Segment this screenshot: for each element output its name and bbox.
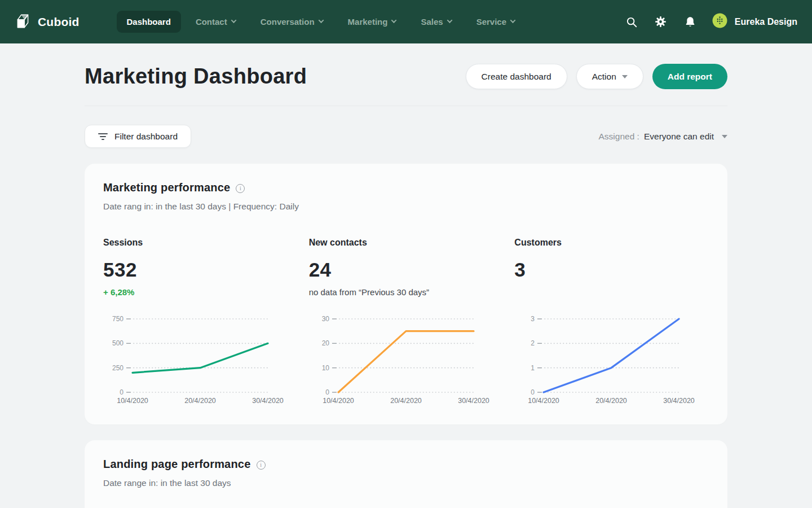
sessions-chart: 750500250010/4/202020/4/202030/4/2020	[103, 310, 298, 407]
action-label: Action	[592, 72, 616, 82]
svg-text:30/4/2020: 30/4/2020	[664, 397, 695, 405]
chevron-down-icon	[231, 17, 236, 23]
svg-text:500: 500	[112, 339, 123, 347]
svg-text:10/4/2020: 10/4/2020	[323, 397, 354, 405]
metric-value: 3	[514, 259, 709, 281]
marketing-performance-card: Marketing performance i Date rang in: in…	[85, 164, 727, 424]
add-report-label: Add report	[668, 72, 712, 82]
svg-text:2: 2	[531, 339, 535, 347]
chevron-down-icon	[510, 17, 516, 23]
metric-new-contacts: New contacts 24 no data from “Previous 3…	[309, 238, 504, 407]
metric-label: New contacts	[309, 238, 504, 248]
svg-text:3: 3	[531, 315, 535, 323]
card-subtitle: Date range in: in the last 30 days	[103, 478, 709, 488]
user-menu[interactable]: Eureka Design	[712, 13, 797, 30]
card-title: Landing page performance	[103, 458, 251, 471]
top-navbar: Cuboid Dashboard Contact Conversation Ma…	[0, 0, 812, 43]
brand-name: Cuboid	[38, 15, 80, 29]
metric-label: Customers	[514, 238, 709, 248]
nav-label: Contact	[196, 17, 227, 27]
add-report-button[interactable]: Add report	[652, 64, 727, 89]
gear-icon[interactable]	[654, 15, 668, 29]
svg-text:20/4/2020: 20/4/2020	[596, 397, 628, 405]
info-icon[interactable]: i	[236, 184, 245, 193]
card-subtitle: Date rang in: in the last 30 days | Freq…	[103, 202, 709, 212]
card-title: Marketing performance	[103, 181, 230, 194]
svg-text:10/4/2020: 10/4/2020	[117, 397, 148, 405]
metric-note: no data from “Previous 30 days”	[309, 287, 504, 300]
page-title: Marketing Dashboard	[85, 64, 307, 89]
header-divider	[85, 106, 727, 106]
svg-text:20/4/2020: 20/4/2020	[390, 397, 422, 405]
nav-label: Sales	[421, 17, 443, 27]
cuboid-logo-icon	[15, 12, 32, 32]
svg-text:750: 750	[112, 315, 123, 323]
svg-text:0: 0	[531, 388, 535, 396]
nav-item-sales[interactable]: Sales	[411, 11, 461, 33]
metric-delta: + 6,28%	[103, 287, 298, 300]
metric-sub-empty	[514, 287, 709, 300]
nav-label: Service	[476, 17, 506, 27]
nav-item-contact[interactable]: Contact	[186, 11, 246, 33]
metric-sessions: Sessions 532 + 6,28% 750500250010/4/2020…	[103, 238, 298, 407]
chevron-down-icon	[622, 75, 628, 78]
chevron-down-icon	[447, 17, 452, 23]
create-dashboard-label: Create dashboard	[482, 72, 551, 82]
create-dashboard-button[interactable]: Create dashboard	[466, 64, 567, 89]
customers-chart: 321010/4/202020/4/202030/4/2020	[514, 310, 709, 407]
filter-dashboard-button[interactable]: Filter dashboard	[85, 125, 191, 148]
search-icon[interactable]	[624, 15, 639, 29]
chevron-down-icon	[722, 135, 727, 138]
nav-item-conversation[interactable]: Conversation	[250, 11, 333, 33]
action-button[interactable]: Action	[576, 64, 643, 89]
svg-text:20/4/2020: 20/4/2020	[184, 397, 216, 405]
nav-item-service[interactable]: Service	[466, 11, 525, 33]
assigned-dropdown[interactable]: Assigned : Everyone can edit	[599, 132, 727, 142]
nav-item-dashboard[interactable]: Dashboard	[117, 11, 181, 33]
metric-label: Sessions	[103, 238, 298, 248]
landing-page-performance-card: Landing page performance i Date range in…	[85, 440, 727, 508]
svg-text:10/4/2020: 10/4/2020	[528, 397, 560, 405]
filter-dashboard-label: Filter dashboard	[114, 132, 178, 142]
assigned-label: Assigned :	[599, 132, 639, 142]
svg-text:10: 10	[321, 364, 329, 372]
nav-label: Marketing	[348, 17, 388, 27]
nav-label: Dashboard	[127, 17, 171, 27]
svg-text:250: 250	[112, 364, 123, 372]
metric-value: 24	[309, 259, 504, 281]
nav-label: Conversation	[261, 17, 315, 27]
new-contacts-chart: 302010010/4/202020/4/202030/4/2020	[309, 310, 504, 407]
svg-text:0: 0	[120, 388, 123, 396]
svg-text:30: 30	[321, 315, 329, 323]
filter-icon	[98, 133, 108, 140]
metric-customers: Customers 3 321010/4/202020/4/202030/4/2…	[514, 238, 709, 407]
chevron-down-icon	[318, 17, 324, 23]
nav-item-marketing[interactable]: Marketing	[338, 11, 407, 33]
svg-text:30/4/2020: 30/4/2020	[458, 397, 489, 405]
assigned-value: Everyone can edit	[644, 132, 714, 142]
svg-text:1: 1	[531, 364, 535, 372]
main-nav: Dashboard Contact Conversation Marketing…	[117, 11, 526, 33]
chevron-down-icon	[391, 17, 397, 23]
metric-value: 532	[103, 259, 298, 281]
brand-logo[interactable]: Cuboid	[15, 12, 80, 32]
svg-text:20: 20	[321, 339, 329, 347]
info-icon[interactable]: i	[257, 461, 266, 470]
avatar	[712, 13, 727, 30]
bell-icon[interactable]	[683, 15, 698, 29]
svg-text:30/4/2020: 30/4/2020	[252, 397, 284, 405]
svg-text:0: 0	[325, 388, 329, 396]
user-name: Eureka Design	[735, 17, 797, 27]
